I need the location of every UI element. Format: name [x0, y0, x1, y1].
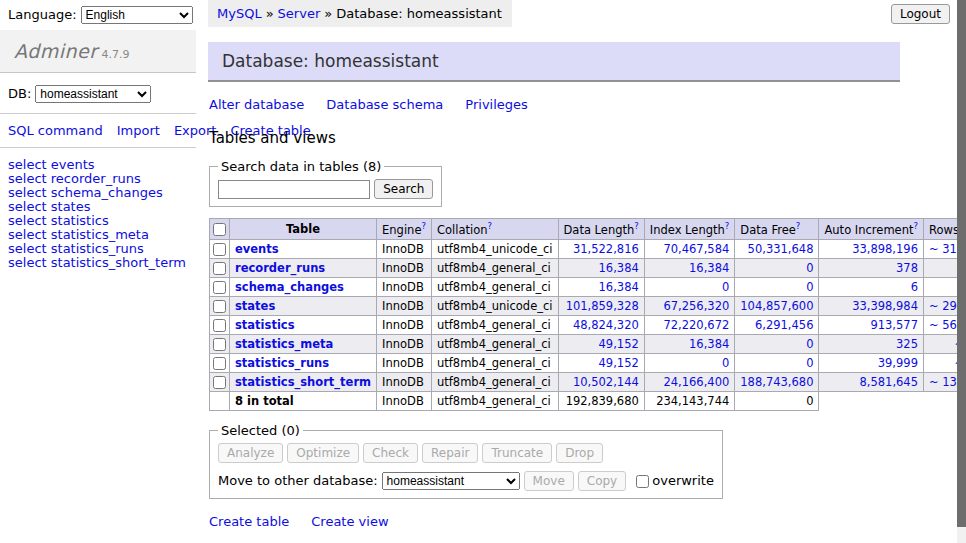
- row-checkbox[interactable]: [213, 319, 226, 332]
- create-link[interactable]: Create table: [209, 514, 289, 529]
- sidebar-table-link[interactable]: select states: [8, 200, 188, 214]
- data-free-link[interactable]: 188,743,680: [740, 375, 813, 389]
- data-free-link[interactable]: 0: [806, 356, 813, 370]
- data-length-link[interactable]: 48,824,320: [573, 318, 639, 332]
- sidebar-table-link[interactable]: select statistics_short_term: [8, 256, 188, 270]
- help-link[interactable]: ?: [421, 221, 426, 231]
- table-name-link[interactable]: statistics: [235, 318, 295, 332]
- select-all-checkbox[interactable]: [213, 223, 226, 236]
- data-free-link[interactable]: 0: [806, 280, 813, 294]
- table-name-link[interactable]: schema_changes: [235, 280, 344, 294]
- breadcrumb-mysql-link[interactable]: MySQL: [217, 6, 262, 21]
- move-copy-button[interactable]: Move: [524, 471, 574, 491]
- index-length-link[interactable]: 24,166,400: [663, 375, 729, 389]
- data-free-link[interactable]: 104,857,600: [740, 299, 813, 313]
- table-name-link[interactable]: statistics_short_term: [235, 375, 371, 389]
- column-header: Engine?: [377, 219, 432, 240]
- help-link[interactable]: ?: [488, 221, 493, 231]
- sidebar-table-link[interactable]: select statistics_runs: [8, 242, 188, 256]
- auto-increment-link[interactable]: 33,398,984: [852, 299, 918, 313]
- index-length-link[interactable]: 67,256,320: [663, 299, 729, 313]
- bulk-action-button[interactable]: Drop: [556, 443, 603, 463]
- index-length-link[interactable]: 0: [722, 356, 729, 370]
- data-length-link[interactable]: 49,152: [599, 337, 639, 351]
- overwrite-checkbox[interactable]: [636, 475, 649, 488]
- index-length-cell: 0: [644, 277, 735, 296]
- row-checkbox-cell: [210, 372, 230, 391]
- table-name-link[interactable]: states: [235, 299, 275, 313]
- auto-increment-link[interactable]: 6: [911, 280, 918, 294]
- db-select[interactable]: homeassistant: [35, 85, 151, 103]
- table-name-link[interactable]: recorder_runs: [235, 261, 325, 275]
- search-button[interactable]: Search: [374, 179, 433, 199]
- engine-cell: InnoDB: [377, 334, 432, 353]
- main-content: Database: homeassistant Alter databaseDa…: [208, 25, 908, 543]
- row-checkbox[interactable]: [213, 338, 226, 351]
- index-length-link[interactable]: 72,220,672: [663, 318, 729, 332]
- table-name-link[interactable]: statistics_meta: [235, 337, 333, 351]
- data-length-link[interactable]: 16,384: [599, 261, 639, 275]
- row-checkbox[interactable]: [213, 357, 226, 370]
- data-length-link[interactable]: 49,152: [599, 356, 639, 370]
- index-length-link[interactable]: 16,384: [689, 261, 729, 275]
- row-checkbox[interactable]: [213, 243, 226, 256]
- data-length-link[interactable]: 101,859,328: [566, 299, 639, 313]
- table-name-link[interactable]: statistics_runs: [235, 356, 329, 370]
- table-header-row: Table Engine?Collation?Data Length?Index…: [210, 219, 966, 240]
- breadcrumb-server-link[interactable]: Server: [278, 6, 321, 21]
- help-link[interactable]: ?: [796, 221, 801, 231]
- create-link[interactable]: Create view: [311, 514, 388, 529]
- sidebar-table-link[interactable]: select schema_changes: [8, 186, 188, 200]
- index-length-link[interactable]: 70,467,584: [663, 242, 729, 256]
- sidebar-table-link[interactable]: select recorder_runs: [8, 172, 188, 186]
- auto-increment-link[interactable]: 39,999: [878, 356, 918, 370]
- data-length-link[interactable]: 10,502,144: [573, 375, 639, 389]
- sidebar-table-link[interactable]: select events: [8, 158, 188, 172]
- logout-button[interactable]: Logout: [891, 4, 950, 24]
- sidebar-action-link[interactable]: SQL command: [8, 123, 103, 138]
- data-free-link[interactable]: 0: [806, 337, 813, 351]
- sidebar-table-link[interactable]: select statistics_meta: [8, 228, 188, 242]
- data-length-cell: 16,384: [558, 258, 644, 277]
- auto-increment-link[interactable]: 33,898,196: [852, 242, 918, 256]
- bulk-action-button[interactable]: Check: [363, 443, 418, 463]
- help-link[interactable]: ?: [634, 221, 639, 231]
- sidebar-actions: SQL commandImportExportCreate table: [0, 122, 196, 139]
- row-checkbox[interactable]: [213, 300, 226, 313]
- data-length-link[interactable]: 31,522,816: [573, 242, 639, 256]
- bulk-action-button[interactable]: Optimize: [287, 443, 359, 463]
- help-link[interactable]: ?: [913, 221, 918, 231]
- auto-increment-link[interactable]: 378: [896, 261, 918, 275]
- bulk-action-button[interactable]: Repair: [422, 443, 478, 463]
- row-checkbox[interactable]: [213, 376, 226, 389]
- engine-cell: InnoDB: [377, 315, 432, 334]
- engine-cell: InnoDB: [377, 353, 432, 372]
- sidebar-action-link[interactable]: Import: [117, 123, 160, 138]
- bulk-action-button[interactable]: Analyze: [218, 443, 283, 463]
- data-length-link[interactable]: 16,384: [599, 280, 639, 294]
- bulk-action-button[interactable]: Truncate: [482, 443, 552, 463]
- language-select[interactable]: English: [81, 6, 193, 24]
- row-checkbox[interactable]: [213, 262, 226, 275]
- help-link[interactable]: ?: [725, 221, 730, 231]
- data-free-link[interactable]: 0: [806, 261, 813, 275]
- move-db-select[interactable]: homeassistant: [382, 472, 520, 490]
- index-length-link[interactable]: 16,384: [689, 337, 729, 351]
- auto-increment-link[interactable]: 325: [896, 337, 918, 351]
- move-row: Move to other database:homeassistantMove…: [218, 471, 714, 491]
- db-action-link[interactable]: Database schema: [326, 97, 443, 112]
- db-action-link[interactable]: Alter database: [209, 97, 304, 112]
- scrollbar-thumb[interactable]: [957, 0, 966, 527]
- index-length-link[interactable]: 0: [722, 280, 729, 294]
- data-free-cell: 0: [735, 353, 819, 372]
- table-name-link[interactable]: events: [235, 242, 279, 256]
- row-checkbox[interactable]: [213, 281, 226, 294]
- data-free-link[interactable]: 6,291,456: [755, 318, 814, 332]
- auto-increment-link[interactable]: 8,581,645: [859, 375, 918, 389]
- auto-increment-link[interactable]: 913,577: [870, 318, 918, 332]
- db-action-link[interactable]: Privileges: [465, 97, 528, 112]
- sidebar-table-link[interactable]: select statistics: [8, 214, 188, 228]
- search-input[interactable]: [218, 180, 370, 199]
- move-copy-button[interactable]: Copy: [578, 471, 626, 491]
- data-free-link[interactable]: 50,331,648: [748, 242, 814, 256]
